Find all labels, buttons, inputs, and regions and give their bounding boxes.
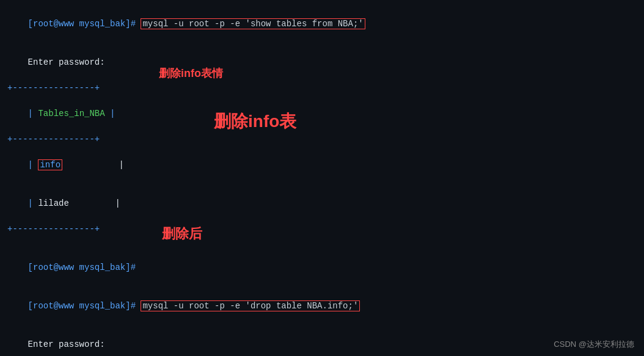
enter-pw-2: Enter password: [7,325,637,356]
annotation-delete-info-table: 删除info表 [214,110,296,133]
line-empty-cmd: [root@www mysql_bak]# [7,249,637,287]
table-border-top-1: +----------------+ [7,82,637,95]
watermark: CSDN @达米安利拉德 [554,339,634,350]
enter-password-1: Enter password: [28,57,105,67]
table-row-lilade-1: | lilade | [7,184,637,223]
prompt-1: [root@www mysql_bak]# [28,19,136,29]
table-row-info: | info | [7,146,637,184]
cmd-box-drop: mysql -u root -p -e 'drop table NBA.info… [141,300,360,311]
table-cell-info: info [38,159,62,170]
line-drop: [root@www mysql_bak]# mysql -u root -p -… [7,287,637,325]
prompt-empty: [root@www mysql_bak]# [28,263,136,272]
annotation-delete-after: 删除后 [162,225,202,243]
table-pipe-3: | [28,160,38,170]
prompt-drop: [root@www mysql_bak]# [28,301,136,311]
table-cell-info-pad: | [62,160,124,170]
cmd-box-1: mysql -u root -p -e 'show tables from NB… [141,18,365,29]
enter-password-2: Enter password: [28,340,105,349]
line-2: Enter password: [7,43,637,82]
table-cell-lilade-1: lilade | [38,198,120,208]
line-1: [root@www mysql_bak]# mysql -u root -p -… [7,5,637,43]
blank-line-1 [7,236,637,249]
table-pipe-4: | [28,198,38,208]
annotation-delete-info-emotion: 删除info表情 [159,66,223,81]
terminal: [root@www mysql_bak]# mysql -u root -p -… [0,0,644,356]
tables-in-nba-label-1: Tables_in_NBA [38,109,104,118]
table-border-mid-1: +----------------+ [7,133,637,146]
table-pipe-2: | [105,109,115,118]
table-pipe-1: | [28,109,38,118]
table-border-bot-1: +----------------+ [7,223,637,236]
table-header-row-1: | Tables_in_NBA | [7,95,637,133]
